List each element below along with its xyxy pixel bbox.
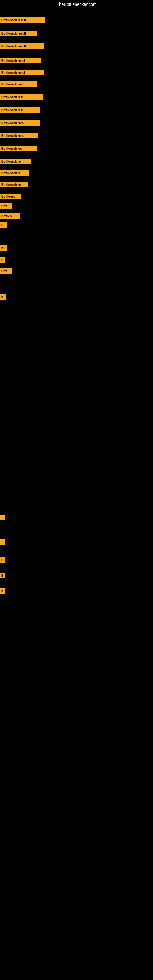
bar-item-21: Bott xyxy=(0,268,12,274)
bar-label-19: Bo xyxy=(1,246,5,250)
bar-item-3: Bottleneck result xyxy=(0,43,45,49)
bar-item-23 xyxy=(0,514,5,520)
bar-item-5: Bottleneck resul xyxy=(0,70,45,75)
bar-item-1: Bottleneck result xyxy=(0,17,45,23)
bar-label-26: E xyxy=(1,574,3,577)
bar-item-20: B xyxy=(0,257,5,263)
bar-label-10: Bottleneck resu xyxy=(1,134,24,137)
bar-item-12: Bottleneck re xyxy=(0,159,30,164)
bar-item-8: Bottleneck resu xyxy=(0,107,40,113)
bar-item-16: Bott xyxy=(0,204,12,209)
bar-label-22: B xyxy=(1,295,3,299)
bar-label-25: E xyxy=(1,558,3,562)
bar-label-12: Bottleneck re xyxy=(1,160,21,163)
bar-item-17: Bottlen xyxy=(0,213,20,219)
bar-item-15: Bottlenec xyxy=(0,194,21,199)
bar-label-6: Bottleneck resu xyxy=(1,83,24,86)
bar-item-26: E xyxy=(0,573,5,578)
bar-label-16: Bott xyxy=(1,205,7,208)
bar-item-4: Bottleneck resul xyxy=(0,58,41,64)
bar-item-24 xyxy=(0,539,5,544)
bar-item-11: Bottleneck res xyxy=(0,146,37,151)
bar-label-2: Bottleneck result xyxy=(1,32,26,35)
bar-label-17: Bottlen xyxy=(1,215,12,218)
bar-item-18: B xyxy=(0,222,7,228)
bar-label-27: B xyxy=(1,589,3,593)
bar-label-1: Bottleneck result xyxy=(1,18,26,22)
bar-item-19: Bo xyxy=(0,245,7,250)
bar-item-2: Bottleneck result xyxy=(0,30,37,36)
bar-item-9: Bottleneck resu xyxy=(0,120,40,126)
bar-label-8: Bottleneck resu xyxy=(1,108,24,112)
bar-label-5: Bottleneck resul xyxy=(1,71,25,75)
bar-item-14: Bottleneck re xyxy=(0,182,27,188)
bar-item-22: B xyxy=(0,294,6,299)
bar-label-21: Bott xyxy=(1,269,7,273)
bar-label-18: B xyxy=(1,224,3,227)
bar-label-11: Bottleneck res xyxy=(1,147,22,150)
bar-label-20: B xyxy=(1,258,3,262)
bar-item-25: E xyxy=(0,557,5,563)
bar-item-13: Bottleneck re xyxy=(0,170,29,176)
bar-label-9: Bottleneck resu xyxy=(1,121,24,125)
site-title: TheBottlenecker.com xyxy=(0,0,153,9)
bar-label-13: Bottleneck re xyxy=(1,172,21,175)
bar-label-4: Bottleneck resul xyxy=(1,59,25,62)
bar-item-10: Bottleneck resu xyxy=(0,133,38,138)
bar-item-7: Bottleneck resu xyxy=(0,94,43,100)
bar-label-15: Bottlenec xyxy=(1,195,15,198)
bar-label-14: Bottleneck re xyxy=(1,183,21,186)
bar-item-27: B xyxy=(0,588,5,593)
bar-label-3: Bottleneck result xyxy=(1,45,26,48)
bar-item-6: Bottleneck resu xyxy=(0,81,37,87)
bar-label-7: Bottleneck resu xyxy=(1,95,24,99)
